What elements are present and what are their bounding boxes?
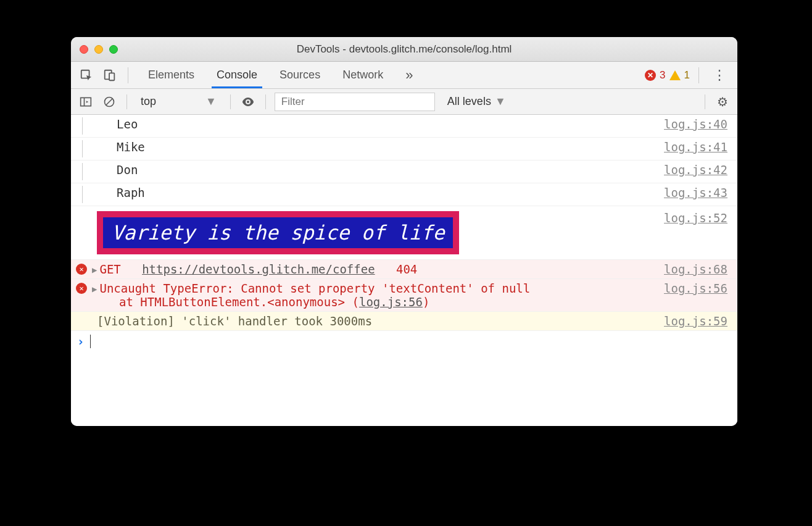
warning-icon xyxy=(669,70,681,80)
log-row[interactable]: Don log.js:42 xyxy=(71,161,737,183)
source-link[interactable]: log.js:56 xyxy=(664,282,737,295)
device-toolbar-icon[interactable] xyxy=(101,66,119,85)
console-output: Leo log.js:40 Mike log.js:41 Don log.js:… xyxy=(71,115,737,426)
console-settings-icon[interactable]: ⚙ xyxy=(714,93,731,111)
source-link[interactable]: log.js:43 xyxy=(664,186,737,203)
panel-tabs: Elements Console Sources Network » xyxy=(137,62,424,88)
tab-sources[interactable]: Sources xyxy=(268,62,331,88)
log-text: Don xyxy=(117,163,138,177)
stack-frame-suffix: ) xyxy=(423,295,429,309)
svg-rect-3 xyxy=(81,98,91,106)
svg-rect-2 xyxy=(109,73,114,80)
source-link[interactable]: log.js:59 xyxy=(664,314,737,328)
divider xyxy=(128,67,128,83)
chevron-down-icon: ▼ xyxy=(495,95,506,108)
devtools-window: DevTools - devtools.glitch.me/console/lo… xyxy=(71,37,737,426)
expand-icon[interactable]: ▶ xyxy=(92,284,97,295)
log-row-styled[interactable]: Variety is the spice of life log.js:52 xyxy=(71,206,737,260)
source-link[interactable]: log.js:41 xyxy=(664,140,737,157)
svg-line-6 xyxy=(106,99,112,105)
stack-frame-prefix: at HTMLButtonElement.<anonymous> ( xyxy=(119,295,359,309)
log-text: Leo xyxy=(117,117,138,131)
execution-context-selector[interactable]: top ▼ xyxy=(136,94,222,109)
filter-input[interactable] xyxy=(275,93,435,111)
text-cursor xyxy=(90,335,91,348)
error-icon: ✕ xyxy=(645,70,656,81)
svg-point-7 xyxy=(247,101,249,103)
log-row[interactable]: Leo log.js:40 xyxy=(71,115,737,138)
error-message: Uncaught TypeError: Cannot set property … xyxy=(99,282,530,295)
error-count: 3 xyxy=(660,69,665,81)
tabs-overflow-button[interactable]: » xyxy=(394,62,424,88)
more-options-icon[interactable]: ⋮ xyxy=(708,67,731,83)
error-icon: ✕ xyxy=(76,264,87,275)
levels-label: All levels xyxy=(447,95,491,108)
source-link[interactable]: log.js:52 xyxy=(664,209,737,225)
error-row[interactable]: ✕ ▶ GET https://devtools.glitch.me/coffe… xyxy=(71,260,737,279)
divider xyxy=(265,94,266,109)
error-row[interactable]: ✕ ▶ Uncaught TypeError: Cannot set prope… xyxy=(71,279,737,312)
divider xyxy=(698,67,699,83)
status-code: 404 xyxy=(396,262,417,276)
clear-console-icon[interactable] xyxy=(101,93,118,111)
divider xyxy=(126,94,127,109)
error-icon: ✕ xyxy=(76,283,87,294)
tab-network[interactable]: Network xyxy=(331,62,394,88)
console-toolbar: top ▼ All levels ▼ ⚙ xyxy=(71,89,737,115)
log-text: Raph xyxy=(117,186,145,199)
expand-icon[interactable]: ▶ xyxy=(92,265,97,275)
tab-elements[interactable]: Elements xyxy=(137,62,205,88)
request-url[interactable]: https://devtools.glitch.me/coffee xyxy=(142,262,375,276)
log-text: Mike xyxy=(117,140,145,154)
violation-text: [Violation] 'click' handler took 3000ms xyxy=(97,314,372,328)
toggle-sidebar-icon[interactable] xyxy=(77,93,94,111)
source-link[interactable]: log.js:68 xyxy=(664,262,737,276)
tab-console[interactable]: Console xyxy=(205,62,268,88)
styled-log-box: Variety is the spice of life xyxy=(97,211,459,254)
chevron-down-icon: ▼ xyxy=(205,95,217,108)
divider xyxy=(230,94,231,109)
console-prompt[interactable]: › xyxy=(71,331,737,352)
minimize-window-button[interactable] xyxy=(94,45,103,54)
divider xyxy=(705,94,705,109)
log-row[interactable]: Mike log.js:41 xyxy=(71,138,737,161)
close-window-button[interactable] xyxy=(80,45,88,54)
source-link[interactable]: log.js:42 xyxy=(664,163,737,180)
warning-count: 1 xyxy=(684,69,690,81)
prompt-caret-icon: › xyxy=(77,335,84,348)
styled-log-text: Variety is the spice of life xyxy=(103,217,453,248)
context-label: top xyxy=(141,95,156,108)
titlebar: DevTools - devtools.glitch.me/console/lo… xyxy=(71,37,737,62)
request-method: GET xyxy=(99,262,120,276)
violation-row[interactable]: [Violation] 'click' handler took 3000ms … xyxy=(71,312,737,331)
devtools-tabbar: Elements Console Sources Network » ✕ 3 1… xyxy=(71,62,737,89)
window-controls xyxy=(80,45,118,54)
status-badges[interactable]: ✕ 3 1 xyxy=(645,69,690,81)
maximize-window-button[interactable] xyxy=(109,45,118,54)
stack-frame-link[interactable]: log.js:56 xyxy=(359,295,423,309)
log-row[interactable]: Raph log.js:43 xyxy=(71,183,737,206)
log-levels-selector[interactable]: All levels ▼ xyxy=(441,95,512,108)
inspect-element-icon[interactable] xyxy=(77,66,96,85)
source-link[interactable]: log.js:40 xyxy=(664,117,737,135)
window-title: DevTools - devtools.glitch.me/console/lo… xyxy=(71,43,737,56)
live-expression-icon[interactable] xyxy=(239,93,257,111)
